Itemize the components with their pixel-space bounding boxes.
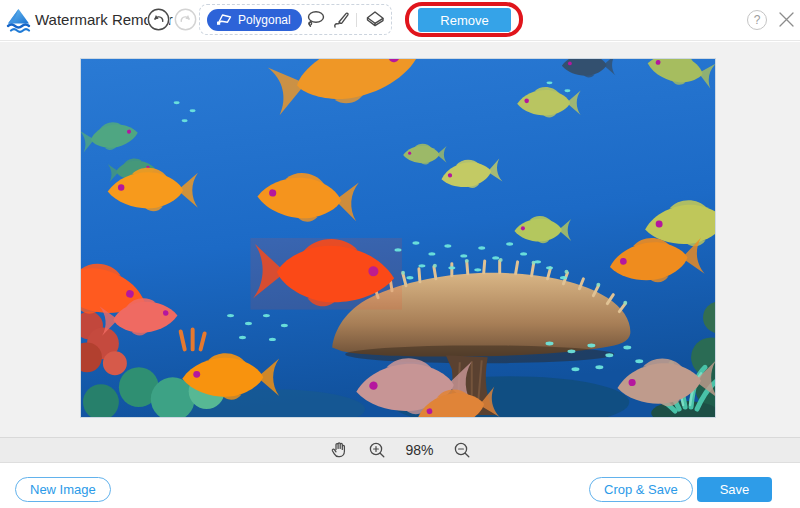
eraser-icon — [363, 9, 385, 30]
zoom-level: 98% — [405, 442, 433, 458]
footer-bar: New Image Crop & Save Save — [0, 464, 800, 508]
retouch-patch — [250, 238, 402, 310]
save-button[interactable]: Save — [697, 477, 772, 502]
help-button[interactable]: ? — [747, 10, 767, 30]
header-toolbar: Watermark Remover Polygonal — [0, 0, 800, 41]
close-icon — [777, 10, 796, 29]
zoom-out-button[interactable] — [451, 440, 473, 460]
close-button[interactable] — [775, 8, 797, 31]
undo-button[interactable] — [147, 8, 170, 31]
reef-photo-illustration — [81, 59, 715, 417]
hand-tool-button[interactable] — [327, 440, 349, 460]
lasso-icon — [305, 9, 326, 30]
image-canvas[interactable] — [80, 58, 716, 418]
hand-icon — [330, 441, 347, 459]
app-logo-icon — [5, 7, 32, 34]
brush-tool-button[interactable] — [330, 7, 353, 33]
lasso-tool-button[interactable] — [305, 7, 328, 33]
zoom-in-icon — [368, 441, 386, 459]
remove-button[interactable]: Remove — [418, 8, 511, 32]
help-icon: ? — [754, 13, 761, 27]
undo-icon — [147, 8, 170, 31]
zoom-in-button[interactable] — [366, 440, 388, 460]
zoom-out-icon — [453, 441, 471, 459]
polygonal-lasso-icon — [216, 12, 233, 27]
tool-divider — [356, 13, 357, 27]
selection-tool-group: Polygonal — [199, 4, 392, 35]
eraser-tool-button[interactable] — [363, 7, 386, 33]
workspace — [0, 42, 800, 437]
polygonal-tool-label: Polygonal — [238, 13, 291, 27]
zoom-statusbar: 98% — [0, 437, 800, 463]
polygonal-tool-button[interactable]: Polygonal — [207, 9, 302, 31]
crop-and-save-button[interactable]: Crop & Save — [589, 477, 693, 502]
brush-icon — [331, 9, 352, 30]
new-image-button[interactable]: New Image — [15, 477, 111, 502]
redo-icon — [174, 8, 197, 31]
redo-button[interactable] — [174, 8, 197, 31]
